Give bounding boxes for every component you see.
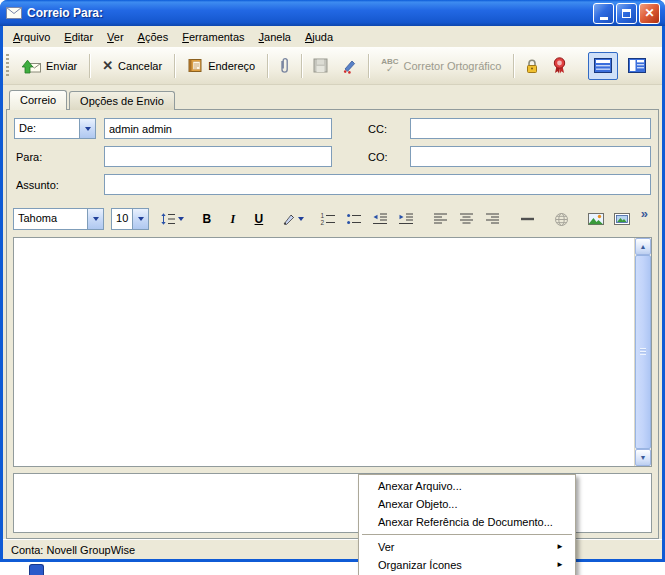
decrease-indent-button[interactable] (369, 208, 392, 230)
subject-input[interactable] (104, 174, 651, 195)
maximize-icon (622, 9, 631, 18)
save-button[interactable] (307, 53, 334, 78)
font-color-button[interactable] (282, 208, 305, 230)
line-spacing-button[interactable] (161, 208, 184, 230)
message-body-editor[interactable]: ▲ ▼ (13, 237, 652, 467)
scrollbar-thumb[interactable] (635, 255, 651, 449)
insert-framed-picture-button[interactable] (611, 208, 634, 230)
insert-picture-button[interactable] (585, 208, 608, 230)
picture-icon (588, 212, 604, 226)
font-family-select[interactable]: Tahoma (13, 208, 104, 230)
seal-security-button[interactable] (546, 52, 573, 79)
menu-item-label: Anexar Objeto... (378, 498, 458, 510)
globe-icon (554, 212, 569, 227)
attachment-context-menu: Anexar Arquivo... Anexar Objeto... Anexa… (358, 474, 576, 575)
chevron-down-icon (298, 217, 304, 221)
abc-checkmark: ✓ (386, 66, 394, 73)
tab-opcoes-de-envio[interactable]: Opções de Envio (69, 91, 175, 110)
chevron-down-icon (85, 127, 91, 131)
from-selector[interactable]: De: (14, 118, 96, 139)
from-dropdown-arrow[interactable] (79, 119, 95, 138)
align-right-button[interactable] (481, 208, 504, 230)
window-controls: ✕ (593, 3, 660, 24)
spellcheck-label: Corretor Ortográfico (404, 60, 502, 72)
font-size-dropdown-arrow[interactable] (132, 209, 148, 229)
view-single-pane-button[interactable] (588, 52, 618, 80)
numbered-list-icon: 1 2 (320, 212, 336, 226)
toolbar-separator (513, 54, 514, 78)
scroll-down-button[interactable]: ▼ (635, 449, 651, 466)
toolbar-separator (174, 54, 175, 78)
underline-button[interactable]: U (247, 208, 270, 230)
bulleted-list-icon (346, 212, 362, 226)
bulleted-list-button[interactable] (343, 208, 366, 230)
to-input[interactable] (104, 146, 332, 167)
toolbar-overflow-button[interactable]: » (637, 205, 652, 222)
toolbar-separator (89, 54, 90, 78)
menu-item-organizar-icones[interactable]: Organizar Ícones ► (360, 556, 574, 574)
align-center-button[interactable] (455, 208, 478, 230)
from-input[interactable] (104, 118, 332, 139)
toolbar-separator (301, 54, 302, 78)
bold-button[interactable]: B (195, 208, 218, 230)
menu-item-anexar-arquivo[interactable]: Anexar Arquivo... (360, 477, 574, 495)
split-pane-icon (628, 58, 646, 73)
menu-item-janela[interactable]: Janela (252, 28, 298, 46)
toolbar-separator (267, 54, 268, 78)
bcc-input[interactable] (410, 146, 651, 167)
menu-bar: Arquivo Editar Ver Ações Ferramentas Jan… (3, 26, 662, 47)
numbered-list-button[interactable]: 1 2 (317, 208, 340, 230)
menu-item-label: Anexar Arquivo... (378, 480, 462, 492)
background-window-fragment (29, 564, 44, 575)
scroll-down-icon: ▼ (640, 454, 647, 461)
window-title: Correio Para: (27, 6, 588, 20)
cc-label: CC: (340, 123, 402, 135)
cancel-icon: ✕ (102, 59, 113, 72)
horizontal-rule-button[interactable] (516, 208, 539, 230)
font-size-select[interactable]: 10 (111, 208, 149, 230)
title-bar[interactable]: Correio Para: ✕ (0, 0, 665, 26)
account-status-text: Conta: Novell GroupWise (11, 544, 135, 556)
body-vertical-scrollbar[interactable]: ▲ ▼ (634, 238, 651, 466)
italic-button[interactable]: I (221, 208, 244, 230)
close-button[interactable]: ✕ (639, 3, 660, 24)
close-icon: ✕ (644, 6, 654, 20)
minimize-button[interactable] (593, 3, 614, 24)
cc-input[interactable] (410, 118, 651, 139)
align-right-icon (485, 212, 500, 226)
increase-indent-button[interactable] (395, 208, 418, 230)
address-book-button[interactable]: Endereço (180, 53, 262, 78)
menu-item-ver[interactable]: Ver (100, 28, 131, 46)
menu-item-label: Anexar Referência de Documento... (378, 516, 553, 528)
view-split-pane-button[interactable] (622, 52, 652, 80)
menu-item-ajuda[interactable]: Ajuda (298, 28, 340, 46)
menu-item-ferramentas[interactable]: Ferramentas (175, 28, 251, 46)
menu-item-acoes[interactable]: Ações (131, 28, 176, 46)
signature-pen-button[interactable] (335, 53, 363, 79)
address-book-icon (187, 58, 203, 73)
view-toggle-group (588, 52, 652, 80)
menu-item-editar[interactable]: Editar (57, 28, 100, 46)
attach-file-button[interactable] (273, 52, 296, 79)
font-family-dropdown-arrow[interactable] (87, 209, 103, 229)
spellcheck-button[interactable]: ABC ✓ Corretor Ortográfico (374, 53, 508, 78)
address-form: De: CC: Para: CO: Assunto: (14, 118, 651, 195)
tab-correio[interactable]: Correio (9, 90, 67, 110)
scroll-up-button[interactable]: ▲ (635, 238, 651, 255)
cancel-button[interactable]: ✕ Cancelar (95, 54, 169, 77)
maximize-button[interactable] (616, 3, 637, 24)
lock-button[interactable] (519, 53, 545, 79)
chevron-down-icon (138, 217, 144, 221)
red-seal-icon (552, 57, 567, 74)
menu-item-anexar-objeto[interactable]: Anexar Objeto... (360, 495, 574, 513)
send-button[interactable]: Enviar (14, 53, 84, 79)
paperclip-icon (279, 57, 290, 74)
menu-item-arquivo[interactable]: Arquivo (6, 28, 57, 46)
menu-item-anexar-referencia[interactable]: Anexar Referência de Documento... (360, 513, 574, 531)
from-selector-label: De: (15, 119, 79, 138)
menu-item-ver[interactable]: Ver ► (360, 538, 574, 556)
toolbar-grip[interactable] (6, 54, 9, 78)
hyperlink-globe-button[interactable] (550, 208, 573, 230)
align-left-button[interactable] (429, 208, 452, 230)
horizontal-rule-icon (520, 212, 535, 226)
